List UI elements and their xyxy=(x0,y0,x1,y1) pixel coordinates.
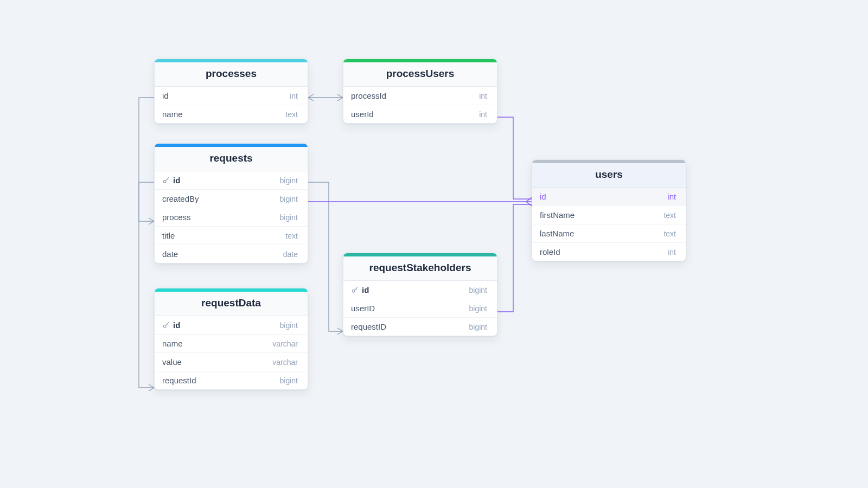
column-name: requestID xyxy=(351,322,386,331)
table-title: requestStakeholders xyxy=(343,256,497,281)
column-row[interactable]: firstName text xyxy=(532,206,686,224)
table-processes[interactable]: processes id int name text xyxy=(154,59,308,124)
column-type: text xyxy=(663,211,676,220)
column-row[interactable]: createdBy bigint xyxy=(155,190,308,208)
column-name: id xyxy=(362,285,369,294)
column-name: date xyxy=(162,249,178,259)
key-icon xyxy=(351,286,359,294)
column-type: varchar xyxy=(272,358,298,367)
table-title: users xyxy=(532,163,686,188)
column-type: bigint xyxy=(469,286,487,294)
column-type: text xyxy=(285,232,298,240)
key-icon xyxy=(162,177,170,184)
column-name: userID xyxy=(351,304,375,313)
column-row[interactable]: id int xyxy=(155,87,308,105)
column-row[interactable]: id bigint xyxy=(155,316,308,335)
column-name: id xyxy=(173,320,180,330)
column-row[interactable]: userID bigint xyxy=(343,299,497,318)
column-row[interactable]: name text xyxy=(155,105,308,123)
column-type: int xyxy=(290,92,298,100)
table-users[interactable]: users id int firstName text lastName tex… xyxy=(532,159,686,261)
column-row[interactable]: id bigint xyxy=(155,171,308,190)
column-row[interactable]: value varchar xyxy=(155,353,308,371)
column-type: bigint xyxy=(280,176,298,185)
column-type: text xyxy=(663,229,676,238)
column-type: int xyxy=(479,92,487,100)
column-name: id xyxy=(540,192,546,201)
table-requestData[interactable]: requestData id bigint name varchar value… xyxy=(154,288,308,390)
column-row[interactable]: roleId int xyxy=(532,243,686,261)
table-processUsers[interactable]: processUsers processId int userId int xyxy=(343,59,497,124)
column-name: name xyxy=(162,339,183,348)
column-type: int xyxy=(668,248,676,256)
column-name: id xyxy=(173,176,180,185)
column-name: id xyxy=(162,91,169,100)
column-name: lastName xyxy=(540,229,574,238)
column-name: value xyxy=(162,357,182,367)
column-row[interactable]: processId int xyxy=(343,87,497,105)
column-type: bigint xyxy=(280,213,298,222)
column-row[interactable]: date date xyxy=(155,245,308,263)
column-type: bigint xyxy=(469,304,487,313)
column-name: userId xyxy=(351,110,374,119)
column-row[interactable]: requestId bigint xyxy=(155,371,308,389)
column-type: bigint xyxy=(280,376,298,385)
column-type: text xyxy=(285,110,298,119)
column-type: varchar xyxy=(272,339,298,348)
column-type: bigint xyxy=(280,321,298,330)
column-name: requestId xyxy=(162,376,196,385)
key-icon xyxy=(162,322,170,329)
column-name: process xyxy=(162,213,191,222)
table-title: processes xyxy=(155,62,308,87)
column-name: createdBy xyxy=(162,194,199,203)
column-name: firstName xyxy=(540,210,575,220)
column-row[interactable]: process bigint xyxy=(155,208,308,227)
column-row[interactable]: title text xyxy=(155,227,308,245)
column-name: title xyxy=(162,231,175,240)
column-name: processId xyxy=(351,91,386,100)
column-name: name xyxy=(162,110,183,119)
column-row[interactable]: lastName text xyxy=(532,224,686,243)
table-title: processUsers xyxy=(343,62,497,87)
table-requestStakeholders[interactable]: requestStakeholders id bigint userID big… xyxy=(343,253,497,336)
column-row[interactable]: name varchar xyxy=(155,335,308,353)
column-type: int xyxy=(668,192,676,201)
column-row[interactable]: id int xyxy=(532,188,686,206)
column-row[interactable]: id bigint xyxy=(343,281,497,299)
column-type: date xyxy=(283,250,298,259)
table-title: requestData xyxy=(155,292,308,316)
table-title: requests xyxy=(155,147,308,171)
column-name: roleId xyxy=(540,247,560,256)
column-row[interactable]: userId int xyxy=(343,105,497,123)
column-type: int xyxy=(479,110,487,119)
column-type: bigint xyxy=(280,195,298,203)
erd-canvas[interactable]: processes id int name text processUsers … xyxy=(0,0,868,488)
column-type: bigint xyxy=(469,323,487,331)
column-row[interactable]: requestID bigint xyxy=(343,318,497,336)
table-requests[interactable]: requests id bigint createdBy bigint proc… xyxy=(154,143,308,264)
